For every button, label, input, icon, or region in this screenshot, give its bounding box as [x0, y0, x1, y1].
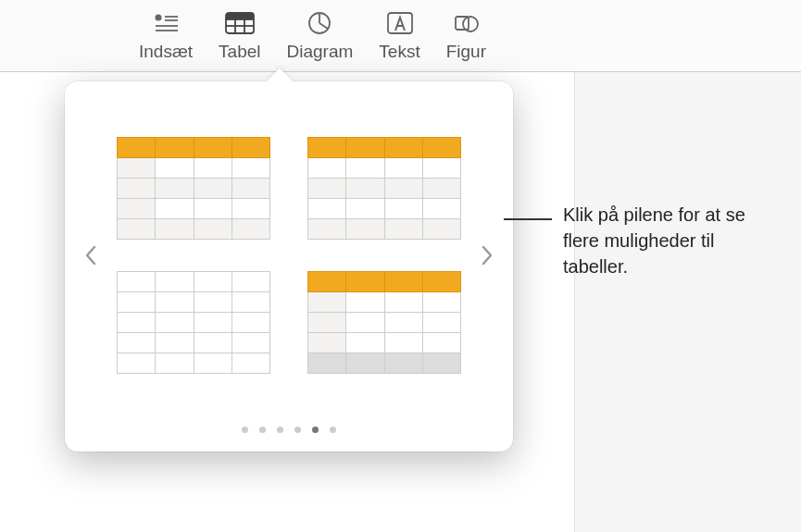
page-dot[interactable] [330, 427, 336, 433]
svg-point-0 [156, 14, 162, 20]
page-dot[interactable] [277, 427, 283, 433]
svg-rect-10 [226, 13, 254, 19]
callout-text: Klik på pilene for at se flere mulighede… [563, 202, 767, 279]
toolbar: Indsæt Tabel Diagram [0, 0, 801, 72]
toolbar-label: Diagram [287, 42, 354, 62]
page-dot[interactable] [259, 427, 266, 433]
toolbar-label: Figur [446, 42, 486, 62]
page-indicator [65, 410, 513, 452]
toolbar-text[interactable]: Tekst [379, 10, 419, 62]
text-icon [383, 10, 417, 36]
shape-icon [449, 10, 482, 36]
svg-point-14 [463, 17, 478, 31]
page-dot[interactable] [294, 427, 301, 433]
chevron-left-icon [84, 244, 97, 266]
toolbar-table[interactable]: Tabel [219, 10, 260, 62]
toolbar-shape[interactable]: Figur [446, 10, 486, 62]
page-dot[interactable] [242, 427, 248, 433]
chevron-right-icon [481, 244, 494, 266]
table-style-option-2[interactable] [307, 137, 461, 240]
table-style-option-1[interactable] [117, 137, 270, 240]
toolbar-label: Tabel [219, 42, 260, 62]
insert-icon [149, 10, 182, 36]
toolbar-label: Tekst [379, 42, 419, 62]
prev-page-button[interactable] [72, 109, 109, 401]
table-style-grid [109, 137, 469, 374]
toolbar-chart[interactable]: Diagram [287, 10, 354, 62]
toolbar-label: Indsæt [139, 42, 193, 62]
table-picker-popover [65, 81, 513, 452]
chart-icon [303, 10, 336, 36]
table-style-option-4[interactable] [307, 271, 461, 374]
callout-connector [504, 218, 552, 220]
next-page-button[interactable] [469, 109, 506, 401]
toolbar-insert[interactable]: Indsæt [139, 10, 193, 62]
table-style-option-3[interactable] [117, 271, 270, 374]
page-dot[interactable] [312, 427, 319, 433]
table-icon [223, 10, 257, 36]
